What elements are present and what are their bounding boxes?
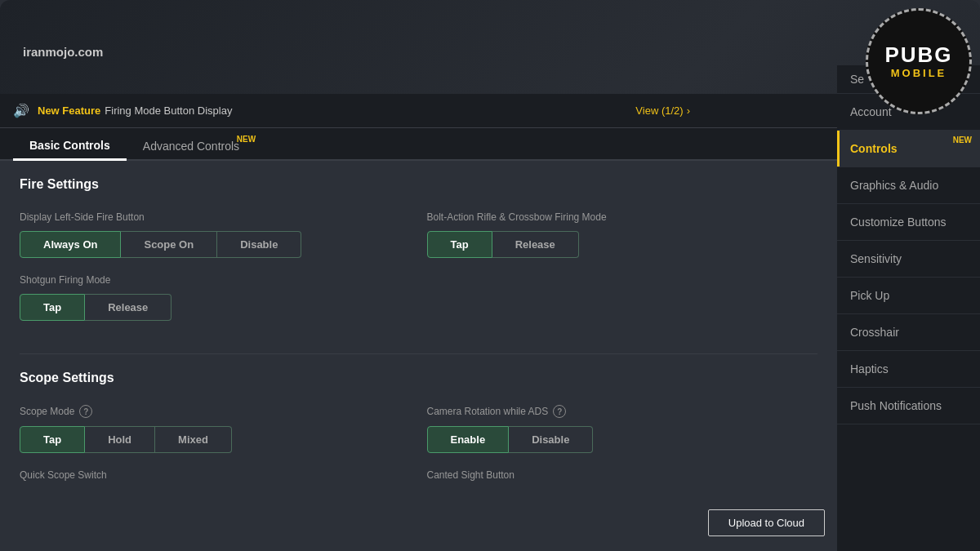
left-fire-always-on-btn[interactable]: Always On xyxy=(20,231,121,258)
sidebar-account-label: Account xyxy=(850,105,892,118)
shotgun-release-btn[interactable]: Release xyxy=(85,294,172,321)
sidebar-item-crosshair[interactable]: Crosshair xyxy=(837,314,980,351)
sidebar-notifications-label: Push Notifications xyxy=(850,399,942,412)
banner-view-label: View (1/2) xyxy=(635,104,683,117)
sidebar-item-graphics-audio[interactable]: Graphics & Audio xyxy=(837,167,980,204)
left-fire-scope-on-btn[interactable]: Scope On xyxy=(121,231,217,258)
tabs-row: Basic Controls Advanced Controls NEW xyxy=(0,128,837,161)
tab-advanced-new-badge: NEW xyxy=(237,135,256,144)
sidebar-item-sensitivity[interactable]: Sensitivity xyxy=(837,241,980,278)
tab-advanced-controls[interactable]: Advanced Controls NEW xyxy=(127,135,256,159)
quick-scope-switch-setting: Quick Scope Switch xyxy=(20,469,411,481)
tab-basic-controls[interactable]: Basic Controls xyxy=(13,134,127,161)
sidebar-sensitivity-label: Sensitivity xyxy=(850,252,902,265)
upload-to-cloud-button[interactable]: Upload to Cloud xyxy=(708,509,825,536)
canted-sight-label: Canted Sight Button xyxy=(427,469,818,481)
section-divider xyxy=(20,353,817,354)
tab-basic-label: Basic Controls xyxy=(29,139,110,152)
left-fire-disable-btn[interactable]: Disable xyxy=(217,231,301,258)
camera-rotation-help-icon[interactable]: ? xyxy=(553,405,566,418)
scope-mode-mixed-btn[interactable]: Mixed xyxy=(155,426,232,453)
banner-view-button[interactable]: View (1/2) › xyxy=(635,104,690,117)
camera-rotation-col: Camera Rotation while ADS ? Enable Disab… xyxy=(427,405,818,497)
sidebar-item-controls[interactable]: Controls NEW xyxy=(837,131,980,167)
left-fire-button-setting: Display Left-Side Fire Button Always On … xyxy=(20,211,411,258)
bolt-action-release-btn[interactable]: Release xyxy=(492,231,579,258)
main-content: Fire Settings Display Left-Side Fire But… xyxy=(0,161,837,551)
canted-sight-setting: Canted Sight Button xyxy=(427,469,818,481)
sidebar-header-text: Se xyxy=(850,73,864,86)
camera-rotation-disable-btn[interactable]: Disable xyxy=(509,426,593,453)
bolt-action-label: Bolt-Action Rifle & Crossbow Firing Mode xyxy=(427,211,818,223)
sidebar-controls-label: Controls xyxy=(850,142,898,155)
pubg-logo-text: PUBG xyxy=(884,44,952,65)
scope-mode-btn-group: Tap Hold Mixed xyxy=(20,426,411,453)
scope-settings-cols: Scope Mode ? Tap Hold Mixed Quick Scope … xyxy=(20,405,817,497)
sidebar-customize-label: Customize Buttons xyxy=(850,216,947,229)
pubg-logo: PUBG MOBILE xyxy=(866,8,972,114)
scope-settings-header: Scope Settings xyxy=(20,371,817,390)
sidebar-item-pickup[interactable]: Pick Up xyxy=(837,278,980,314)
sidebar-item-push-notifications[interactable]: Push Notifications xyxy=(837,388,980,424)
sidebar: Account Controls NEW Graphics & Audio Cu… xyxy=(837,94,980,551)
shotgun-label: Shotgun Firing Mode xyxy=(20,274,411,286)
camera-rotation-setting: Camera Rotation while ADS ? Enable Disab… xyxy=(427,405,818,453)
shotgun-btn-group: Tap Release xyxy=(20,294,411,321)
scope-mode-help-icon[interactable]: ? xyxy=(79,405,92,418)
sidebar-crosshair-label: Crosshair xyxy=(850,326,899,339)
camera-rotation-btn-group: Enable Disable xyxy=(427,426,818,453)
scope-mode-tap-btn[interactable]: Tap xyxy=(20,426,85,453)
shotgun-setting: Shotgun Firing Mode Tap Release xyxy=(20,274,411,321)
fire-settings-cols: Display Left-Side Fire Button Always On … xyxy=(20,211,817,337)
feature-banner: 🔊 New Feature Firing Mode Button Display… xyxy=(0,94,837,128)
scope-mode-setting: Scope Mode ? Tap Hold Mixed xyxy=(20,405,411,453)
tab-advanced-label: Advanced Controls xyxy=(143,140,239,153)
fire-settings-header: Fire Settings xyxy=(20,177,817,197)
scope-mode-label: Scope Mode ? xyxy=(20,405,411,418)
sidebar-item-customize-buttons[interactable]: Customize Buttons xyxy=(837,204,980,241)
left-fire-btn-group: Always On Scope On Disable xyxy=(20,231,411,258)
sidebar-pickup-label: Pick Up xyxy=(850,289,889,302)
sidebar-graphics-label: Graphics & Audio xyxy=(850,179,938,192)
camera-rotation-text: Camera Rotation while ADS xyxy=(427,406,549,417)
sidebar-haptics-label: Haptics xyxy=(850,362,889,375)
bolt-action-tap-btn[interactable]: Tap xyxy=(427,231,492,258)
scope-mode-hold-btn[interactable]: Hold xyxy=(85,426,155,453)
scope-mode-col: Scope Mode ? Tap Hold Mixed Quick Scope … xyxy=(20,405,411,497)
left-fire-button-col: Display Left-Side Fire Button Always On … xyxy=(20,211,411,337)
bolt-action-btn-group: Tap Release xyxy=(427,231,818,258)
sidebar-item-haptics[interactable]: Haptics xyxy=(837,351,980,388)
scope-mode-text: Scope Mode xyxy=(20,406,74,417)
camera-rotation-label: Camera Rotation while ADS ? xyxy=(427,405,818,418)
quick-scope-switch-label: Quick Scope Switch xyxy=(20,469,411,481)
left-fire-label: Display Left-Side Fire Button xyxy=(20,211,411,223)
banner-view-arrow: › xyxy=(687,104,690,117)
controls-new-badge: NEW xyxy=(953,136,972,144)
site-label: iranmojo.com xyxy=(23,45,103,59)
banner-description: Firing Mode Button Display xyxy=(105,104,232,117)
banner-speaker-icon: 🔊 xyxy=(13,103,29,118)
bolt-action-setting: Bolt-Action Rifle & Crossbow Firing Mode… xyxy=(427,211,818,258)
shotgun-tap-btn[interactable]: Tap xyxy=(20,294,85,321)
banner-new-label: New Feature xyxy=(38,104,100,117)
camera-rotation-enable-btn[interactable]: Enable xyxy=(427,426,510,453)
pubg-mobile-text: MOBILE xyxy=(891,67,947,79)
bolt-action-col: Bolt-Action Rifle & Crossbow Firing Mode… xyxy=(427,211,818,337)
